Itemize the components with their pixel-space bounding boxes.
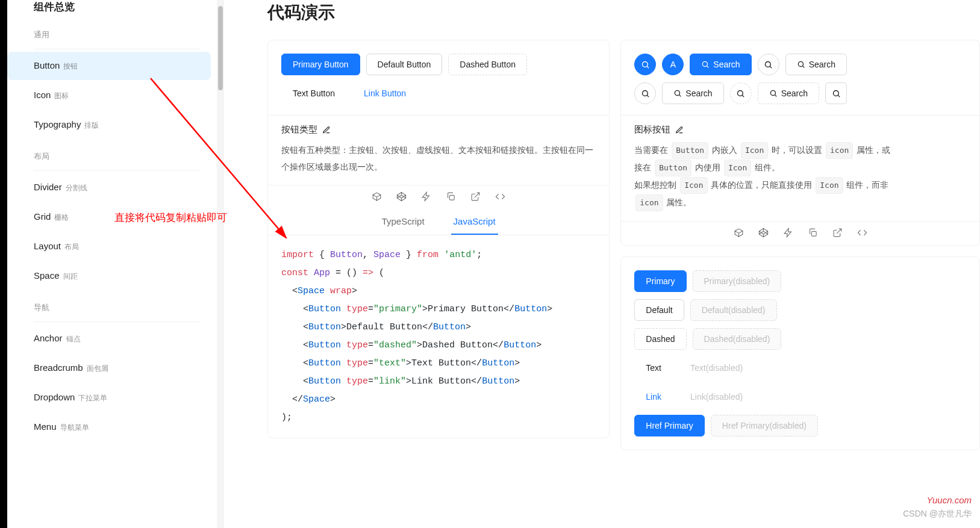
sidebar-item-label-zh: 面包屑 — [87, 364, 108, 374]
left-column: Primary Button Default Button Dashed But… — [267, 40, 610, 461]
sidebar-item-anchor[interactable]: Anchor锚点 — [7, 325, 211, 353]
icon-button-demo: A Search Search Search Search — [621, 40, 979, 104]
card-title: 图标按钮 — [634, 124, 966, 135]
link-button[interactable]: Link Button — [352, 82, 417, 104]
svg-point-4 — [766, 61, 771, 67]
search-circle-dashed-button[interactable] — [730, 82, 752, 104]
svg-point-8 — [738, 90, 743, 96]
svg-point-3 — [703, 61, 708, 66]
edit-icon[interactable] — [322, 126, 331, 134]
card-title: 按钮类型 — [281, 124, 596, 135]
dashed-button[interactable]: Dashed Button — [448, 54, 527, 75]
search-default-button[interactable]: Search — [785, 54, 847, 75]
sidebar-item-label-zh: 下拉菜单 — [78, 393, 107, 403]
svg-point-9 — [770, 90, 775, 95]
edit-icon[interactable] — [675, 126, 684, 134]
sidebar-item-label-zh: 布局 — [64, 242, 79, 252]
copy-icon[interactable] — [808, 228, 818, 238]
search-primary-button[interactable]: Search — [690, 54, 751, 75]
sidebar-item-label-en: Grid — [34, 211, 51, 222]
search-icon — [701, 60, 710, 69]
sidebar-item-label-en: Dropdown — [34, 392, 75, 402]
sidebar-item-dropdown[interactable]: Dropdown下拉菜单 — [7, 384, 211, 412]
primary-btn[interactable]: Primary — [634, 270, 686, 292]
watermark-author: CSDN @亦世凡华 — [903, 509, 972, 520]
codepen-icon[interactable] — [758, 228, 769, 238]
code-icon[interactable] — [495, 191, 505, 202]
default-btn[interactable]: Default — [634, 299, 684, 321]
sidebar-item-label-zh: 分割线 — [66, 183, 87, 193]
avatar-circle-button[interactable]: A — [662, 54, 684, 75]
search-circle-button-2[interactable] — [634, 82, 656, 104]
search-default-button-2[interactable]: Search — [662, 82, 723, 104]
search-label: Search — [809, 60, 835, 69]
search-icon — [797, 60, 805, 69]
search-circle-default-button[interactable] — [758, 54, 779, 75]
sidebar-item-typography[interactable]: Typography排版 — [7, 111, 211, 139]
card-title-text: 按钮类型 — [281, 124, 317, 135]
search-square-button[interactable] — [825, 82, 847, 104]
sidebar-item-grid[interactable]: Grid栅格 — [7, 203, 211, 231]
codepen-icon[interactable] — [396, 191, 407, 202]
code-block[interactable]: import { Button, Space } from 'antd'; co… — [268, 235, 609, 438]
search-circle-primary-button[interactable] — [634, 54, 656, 75]
sidebar-item-label-en: Layout — [34, 241, 61, 251]
sidebar-group-label: 通用 — [7, 19, 217, 46]
href-primary-btn[interactable]: Href Primary — [634, 415, 705, 436]
default-button[interactable]: Default Button — [366, 54, 443, 75]
text-disabled-btn: Text(disabled) — [679, 357, 754, 379]
search-icon — [832, 89, 841, 98]
default-disabled-btn: Default(disabled) — [690, 299, 777, 321]
svg-point-2 — [642, 61, 648, 67]
svg-rect-12 — [811, 231, 816, 236]
thunderbolt-icon[interactable] — [421, 191, 431, 202]
search-icon — [641, 60, 650, 69]
sidebar-item-label-zh: 按钮 — [63, 61, 78, 72]
sidebar-item-space[interactable]: Space间距 — [7, 262, 211, 290]
search-icon — [764, 60, 773, 69]
external-link-icon[interactable] — [470, 191, 481, 202]
codesandbox-icon[interactable] — [734, 228, 744, 238]
window-left-edge — [0, 0, 7, 528]
text-btn[interactable]: Text — [634, 357, 673, 379]
sidebar-group-label: 导航 — [7, 291, 217, 319]
sidebar-item-label-en: Icon — [34, 90, 51, 100]
search-icon — [769, 89, 778, 98]
sidebar-item-label-en: Space — [34, 270, 60, 281]
codesandbox-icon[interactable] — [372, 191, 382, 202]
sidebar-item-layout[interactable]: Layout布局 — [7, 232, 211, 261]
sidebar-scrollbar[interactable] — [217, 0, 224, 528]
thunderbolt-icon[interactable] — [783, 228, 793, 238]
link-disabled-btn: Link(disabled) — [679, 386, 754, 408]
sidebar-group-label: 布局 — [7, 140, 217, 168]
copy-icon[interactable] — [446, 191, 456, 202]
primary-button[interactable]: Primary Button — [281, 54, 360, 75]
main-content: 代码演示 Primary Button Default Button Dashe… — [224, 0, 980, 528]
watermark-site: Yuucn.com — [927, 495, 972, 505]
sidebar-item-label-zh: 导航菜单 — [60, 423, 89, 433]
sidebar-item-button[interactable]: Button按钮 — [7, 52, 211, 80]
svg-point-7 — [675, 90, 680, 95]
svg-point-6 — [642, 90, 648, 96]
sidebar-item-label-en: Typography — [34, 119, 81, 129]
link-btn[interactable]: Link — [634, 386, 673, 408]
text-button[interactable]: Text Button — [281, 82, 346, 104]
card-description: 按钮有五种类型：主按钮、次按钮、虚线按钮、文本按钮和链接按钮。主按钮在同一个操作… — [281, 141, 596, 175]
tab-javascript[interactable]: JavaScript — [451, 209, 498, 235]
sidebar-item-breadcrumb[interactable]: Breadcrumb面包屑 — [7, 354, 211, 382]
sidebar-item-icon[interactable]: Icon图标 — [7, 81, 211, 110]
sidebar-item-label-zh: 栅格 — [54, 213, 69, 223]
sidebar-heading[interactable]: 组件总览 — [7, 0, 217, 19]
search-label: Search — [685, 89, 712, 98]
search-dashed-button[interactable]: Search — [758, 82, 819, 104]
sidebar-item-divider[interactable]: Divider分割线 — [7, 173, 211, 202]
sidebar-item-menu[interactable]: Menu导航菜单 — [7, 413, 211, 441]
sidebar-item-label-zh: 间距 — [63, 272, 78, 282]
tab-typescript[interactable]: TypeScript — [379, 209, 427, 235]
sidebar-item-label-en: Breadcrumb — [34, 362, 83, 373]
scrollbar-thumb[interactable] — [218, 6, 223, 90]
dashed-btn[interactable]: Dashed — [634, 328, 686, 350]
button-type-demo: Primary Button Default Button Dashed But… — [268, 40, 609, 104]
code-icon[interactable] — [857, 228, 867, 238]
external-link-icon[interactable] — [832, 228, 843, 238]
